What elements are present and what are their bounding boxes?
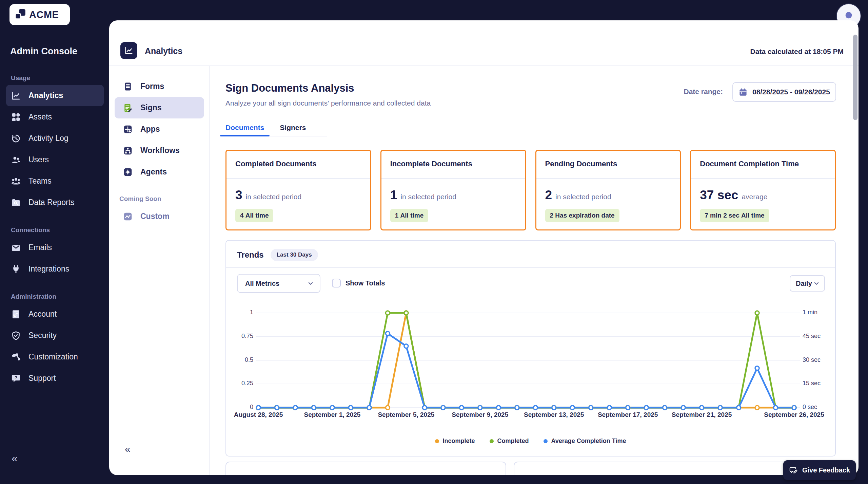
stat-card-pending-documents[interactable]: Pending Documents2in selected period2 Ha… [535, 150, 681, 230]
subnav-item-custom[interactable]: Custom [115, 206, 204, 227]
sidebar-item-label: Users [28, 155, 49, 164]
stat-card-value-row: 1in selected period [390, 188, 456, 202]
sidebar-section-usage: UsageAnalyticsAssetsActivity LogUsersTea… [6, 71, 104, 213]
sidebar-item-analytics[interactable]: Analytics [6, 85, 104, 106]
subnav-item-label: Agents [140, 167, 167, 176]
trends-divider [226, 267, 835, 268]
stat-card-caption: in selected period [555, 193, 611, 201]
trends-card: Trends Last 30 Days All Metrics Show Tot… [225, 240, 836, 457]
x-axis-tick: September 17, 2025 [598, 411, 658, 418]
sidebar-item-data-reports[interactable]: Data Reports [6, 192, 104, 213]
y-axis-left-tick: 0 [226, 404, 253, 411]
sidebar-item-emails[interactable]: Emails [6, 237, 104, 258]
tab-signers[interactable]: Signers [280, 119, 306, 136]
subnav-item-label: Workflows [140, 146, 180, 155]
grid-plus-icon [123, 124, 133, 134]
stat-badge-label: All time [741, 212, 765, 219]
chart-line-icon [124, 46, 134, 55]
sidebar-item-support[interactable]: ?Support [6, 368, 104, 389]
subnav: FormsSignsAppsWorkflowsAgentsComing Soon… [109, 66, 210, 475]
stat-card-badge: 1 All time [390, 209, 428, 222]
acme-logo-icon [14, 8, 26, 21]
stat-badge-value: 4 [240, 212, 244, 219]
stat-card-divider [226, 178, 370, 179]
trends-line-chart [226, 303, 836, 417]
sidebar-item-teams[interactable]: Teams [6, 170, 104, 192]
sidebar-collapse-button[interactable]: « [12, 453, 18, 464]
sidebar-item-label: Customization [28, 352, 78, 361]
trends-header: Trends Last 30 Days [237, 249, 318, 261]
legend-label: Incomplete [442, 438, 475, 445]
stat-card-value-row: 37 secaverage [700, 188, 767, 202]
x-axis-tick: September 9, 2025 [452, 411, 508, 418]
metric-select-value: All Metrics [245, 280, 279, 287]
stat-badge-label: Has expiration date [555, 212, 614, 219]
tab-documents[interactable]: Documents [225, 119, 264, 136]
stat-card-document-completion-time[interactable]: Document Completion Time37 secaverage7 m… [690, 150, 836, 230]
y-axis-right-tick: 1 min [803, 309, 840, 316]
subnav-item-forms[interactable]: Forms [115, 76, 204, 97]
subnav-item-apps[interactable]: Apps [115, 118, 204, 140]
stat-card-value: 3 [235, 188, 242, 202]
x-axis-tick: September 13, 2025 [524, 411, 584, 418]
sidebar-title: Admin Console [10, 46, 77, 57]
sidebar-item-label: Security [28, 331, 57, 340]
trends-title: Trends [237, 250, 264, 260]
doc-lines-icon [123, 81, 133, 92]
stat-card-caption: in selected period [246, 193, 302, 201]
subnav-item-signs[interactable]: Signs [115, 97, 204, 118]
sidebar-item-account[interactable]: $Account [6, 303, 104, 325]
stat-card-caption: average [742, 193, 767, 201]
date-range-label: Date range: [638, 88, 723, 96]
acme-logo[interactable]: ACME [9, 4, 70, 25]
y-axis-right-tick: 15 sec [803, 380, 840, 387]
stat-card-incomplete-documents[interactable]: Incomplete Documents1in selected period1… [380, 150, 526, 230]
acme-logo-text: ACME [29, 9, 59, 20]
shapes-grid-icon [11, 112, 21, 122]
subnav-item-label: Signs [140, 103, 162, 112]
stat-card-value: 37 sec [700, 188, 738, 202]
metric-select[interactable]: All Metrics [237, 274, 320, 293]
show-totals-checkbox[interactable] [332, 279, 341, 287]
chat-question-icon: ? [11, 373, 21, 384]
show-totals-toggle[interactable]: Show Totals [332, 279, 385, 287]
legend-dot [544, 439, 548, 443]
coming-soon-label: Coming Soon [115, 192, 204, 206]
subnav-item-agents[interactable]: Agents [115, 161, 204, 183]
subnav-item-label: Apps [140, 125, 160, 134]
sidebar-item-label: Account [28, 310, 57, 319]
sidebar-item-integrations[interactable]: Integrations [6, 258, 104, 280]
stat-card-value-row: 2in selected period [545, 188, 611, 202]
sidebar-section-label: Usage [6, 71, 104, 85]
main-panel: Analytics Data calculated at 18:05 PM Fo… [109, 20, 859, 475]
sidebar-item-label: Data Reports [28, 198, 75, 207]
chat-edit-icon [789, 466, 798, 475]
stat-card-completed-documents[interactable]: Completed Documents3in selected period4 … [225, 150, 371, 230]
give-feedback-button[interactable]: Give Feedback [783, 460, 856, 480]
sidebar-item-users[interactable]: Users [6, 149, 104, 170]
clock-history-icon [11, 133, 21, 144]
sidebar-section-administration: Administration$AccountSecurityCustomizat… [6, 290, 104, 389]
stat-card-divider [536, 178, 680, 179]
legend-item-incomplete: Incomplete [435, 438, 475, 445]
stat-card-divider [691, 178, 835, 179]
stat-badge-value: 7 min 2 sec [705, 212, 739, 219]
legend-label: Completed [497, 438, 529, 445]
date-range-picker[interactable]: 08/28/2025 - 09/26/2025 [732, 82, 836, 102]
y-axis-left-tick: 1 [226, 309, 253, 316]
x-axis-tick: September 21, 2025 [672, 411, 732, 418]
sidebar-item-assets[interactable]: Assets [6, 106, 104, 128]
folder-search-icon [11, 198, 21, 208]
chevron-down-icon [813, 280, 820, 287]
stat-card-value: 1 [390, 188, 397, 202]
subnav-collapse-button[interactable]: « [125, 444, 131, 454]
chart-custom-icon [123, 211, 133, 222]
interval-select[interactable]: Daily [790, 275, 825, 292]
give-feedback-label: Give Feedback [802, 466, 850, 474]
panel-scrollbar-thumb[interactable] [853, 35, 857, 120]
sidebar-item-customization[interactable]: Customization [6, 346, 104, 368]
sidebar-item-activity-log[interactable]: Activity Log [6, 128, 104, 149]
next-section-card-left [225, 462, 506, 475]
subnav-item-workflows[interactable]: Workflows [115, 140, 204, 161]
sidebar-item-security[interactable]: Security [6, 325, 104, 346]
